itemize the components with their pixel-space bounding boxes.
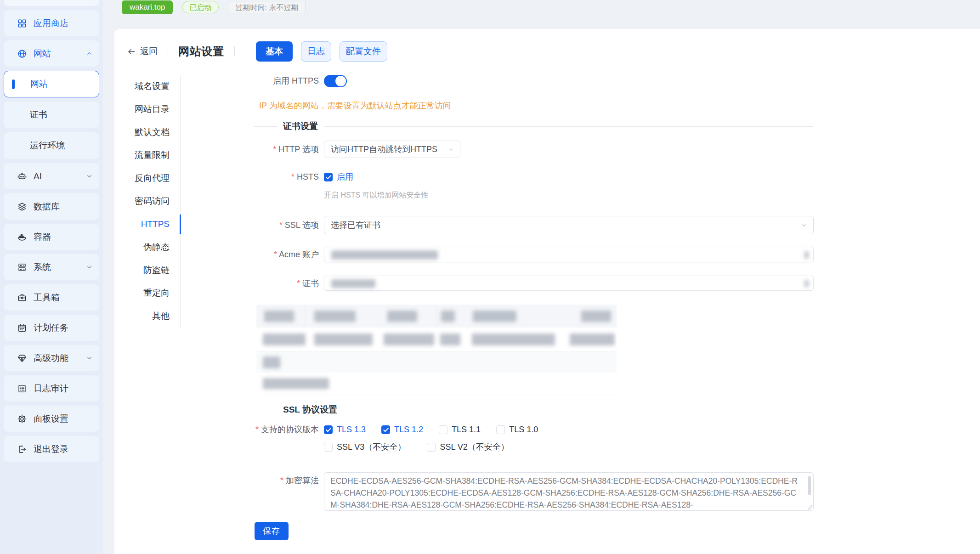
sslv2-checkbox[interactable] [427, 443, 436, 452]
ssl-option-row: SSL 选项 选择已有证书 [183, 216, 814, 234]
chevron-down-icon [801, 222, 808, 229]
redacted-text [440, 334, 460, 345]
sidebar-item-label: 计划任务 [34, 322, 68, 334]
certificate-table [256, 305, 617, 395]
sidebar-item-toolbox[interactable]: 工具箱 [4, 284, 99, 311]
sidebar-item-label: 日志审计 [34, 383, 68, 395]
cipher-value: ECDHE-ECDSA-AES256-GCM-SHA384:ECDHE-RSA-… [330, 476, 798, 509]
expire-badge: 过期时间: 永不过期 [228, 1, 306, 13]
sidebar-item-container[interactable]: 容器 [4, 224, 99, 250]
hsts-row: HSTS 启用 [183, 171, 353, 182]
system-icon [17, 262, 28, 273]
https-toggle[interactable] [324, 75, 347, 87]
checkbox-sslv3[interactable]: SSL V3（不安全） [324, 441, 406, 452]
chevron-down-icon [448, 146, 454, 153]
textarea-resize-grip[interactable] [808, 505, 812, 509]
certificate-table-row[interactable] [256, 328, 617, 352]
app-root: 应用商店 网站 网站 证书 运行环境 AI [0, 0, 980, 554]
redacted-text [804, 280, 809, 287]
protocol-versions-label: 支持的协议版本 [183, 424, 319, 435]
container-icon [17, 232, 28, 243]
sidebar-item-label: 系统 [34, 261, 51, 273]
arrow-left-icon [127, 47, 136, 56]
sidebar-item-ai[interactable]: AI [4, 163, 99, 189]
nav-item-redirect[interactable]: 重定向 [127, 282, 180, 305]
redacted-text [263, 334, 306, 345]
ip-domain-warning: IP 为域名的网站，需要设置为默认站点才能正常访问 [259, 100, 451, 111]
sidebar-subitem-runtime[interactable]: 运行环境 [4, 132, 99, 159]
sidebar-subitem-label: 网站 [30, 78, 48, 90]
checkbox-tls13[interactable]: TLS 1.3 [324, 425, 366, 435]
hsts-helper-text: 开启 HSTS 可以增加网站安全性 [324, 191, 429, 200]
sidebar-item-label: 容器 [34, 231, 51, 243]
sidebar-subitem-websites[interactable]: 网站 [4, 71, 99, 97]
sidebar-item-app-store[interactable]: 应用商店 [4, 10, 99, 36]
sidebar-item-label: AI [34, 171, 42, 181]
sidebar-subitem-certificates[interactable]: 证书 [4, 102, 99, 128]
sidebar-item-website[interactable]: 网站 [4, 40, 99, 67]
divider-line [324, 126, 813, 127]
checkbox-sslv2[interactable]: SSL V2（不安全） [427, 441, 509, 452]
sidebar-item-database[interactable]: 数据库 [4, 193, 99, 220]
redacted-text [441, 311, 455, 322]
nav-item-reverse-proxy[interactable]: 反向代理 [127, 167, 180, 190]
redacted-text [581, 311, 611, 322]
nav-item-https[interactable]: HTTPS [127, 213, 180, 236]
tls11-checkbox[interactable] [439, 425, 448, 434]
textarea-scrollbar[interactable] [808, 476, 811, 495]
redacted-text [264, 311, 294, 322]
app-store-icon [17, 18, 28, 29]
sidebar-item-advanced[interactable]: 高级功能 [4, 345, 99, 371]
nav-item-default-doc[interactable]: 默认文档 [127, 121, 180, 144]
sidebar-item-cron[interactable]: 计划任务 [4, 315, 99, 341]
cipher-textarea[interactable]: ECDHE-ECDSA-AES256-GCM-SHA384:ECDHE-RSA-… [324, 472, 814, 511]
database-icon [17, 201, 28, 212]
certificate-table-row[interactable] [256, 373, 617, 395]
acme-account-row: Acme 账户 [183, 247, 814, 262]
acme-account-input[interactable] [324, 247, 814, 262]
checkbox-tls12[interactable]: TLS 1.2 [381, 425, 423, 435]
tls13-checkbox[interactable] [324, 425, 333, 434]
toolbox-icon [17, 292, 28, 303]
site-name-badge: wakari.top [122, 0, 173, 14]
ssl-option-select[interactable]: 选择已有证书 [324, 216, 814, 234]
tls12-checkbox[interactable] [381, 425, 390, 434]
sidebar-item-label: 退出登录 [34, 443, 68, 455]
sidebar-item-logout[interactable]: 退出登录 [4, 436, 99, 462]
nav-item-rewrite[interactable]: 伪静态 [127, 236, 180, 259]
ssl-proto-section-divider: SSL 协议设置 [254, 404, 813, 416]
nav-item-password-access[interactable]: 密码访问 [127, 190, 180, 213]
sidebar-item-audit-log[interactable]: 日志审计 [4, 375, 99, 401]
sslv3-checkbox[interactable] [324, 443, 333, 452]
tls10-checkbox[interactable] [496, 425, 505, 434]
hsts-checkbox[interactable] [324, 173, 333, 181]
nav-item-rate-limit[interactable]: 流量限制 [127, 144, 180, 167]
http-option-select[interactable]: 访问HTTP自动跳转到HTTPS [324, 141, 460, 158]
redacted-text [804, 251, 809, 259]
sidebar-item-panel-settings[interactable]: 面板设置 [4, 406, 99, 432]
hsts-checkbox-label[interactable]: 启用 [337, 171, 353, 182]
robot-icon [17, 171, 28, 182]
protocol-versions-row: 支持的协议版本 TLS 1.3 TLS 1.2 TLS 1.1 [183, 424, 538, 435]
back-button[interactable]: 返回 [127, 45, 158, 57]
sidebar-subitem-label: 证书 [30, 109, 47, 121]
acme-account-label: Acme 账户 [183, 249, 319, 260]
checkbox-tls11[interactable]: TLS 1.1 [439, 425, 481, 435]
sidebar-item-partial[interactable] [4, 0, 99, 6]
site-status-bar: wakari.top 已启动 过期时间: 永不过期 [122, 0, 306, 14]
globe-icon [17, 48, 28, 59]
http-option-value: 访问HTTP自动跳转到HTTPS [331, 144, 437, 155]
redacted-text [387, 311, 417, 322]
save-button[interactable]: 保存 [255, 522, 289, 540]
nav-item-domain[interactable]: 域名设置 [127, 75, 180, 98]
redacted-text [314, 334, 373, 345]
certificate-input[interactable] [324, 276, 814, 291]
certificate-table-row[interactable] [256, 352, 617, 373]
nav-item-anti-leech[interactable]: 防盗链 [127, 259, 180, 282]
nav-item-site-dir[interactable]: 网站目录 [127, 98, 180, 121]
checkbox-tls10[interactable]: TLS 1.0 [496, 425, 538, 435]
sidebar-item-system[interactable]: 系统 [4, 254, 99, 280]
sidebar-item-label: 网站 [34, 48, 51, 60]
nav-item-other[interactable]: 其他 [127, 305, 180, 328]
hsts-label: HSTS [183, 172, 319, 182]
